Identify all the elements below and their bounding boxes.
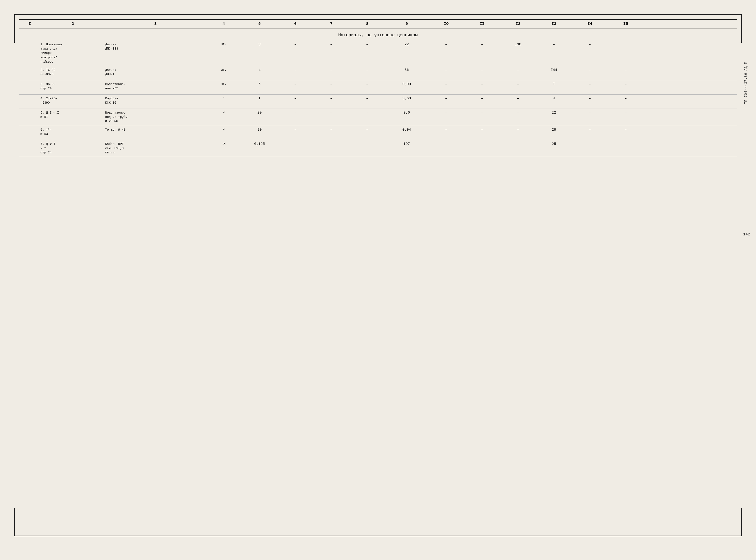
row-col6-5: – <box>278 128 313 132</box>
row-col7-2: – <box>313 82 349 86</box>
row-unit-4: М <box>206 111 242 114</box>
row-unit-1: шт. <box>206 68 242 72</box>
row-col12-3: – <box>500 97 536 101</box>
row-name-6: Кабель ВРГ сеч. 3хI,0 кв.мм <box>105 142 206 155</box>
row-col8-5: – <box>349 128 385 132</box>
row-col10-5: – <box>428 128 464 132</box>
row-col13-3: 4 <box>536 97 572 101</box>
row-col12-0: I98 <box>500 42 536 46</box>
row-col9-1: 36 <box>385 68 428 72</box>
row-col11-4: – <box>464 111 500 115</box>
row-col11-2: – <box>464 82 500 86</box>
table-row: 4. 24–05– –I390 Коробка КСК-I6 " I – – –… <box>19 95 737 108</box>
row-ref-3: 4. 24–05– –I390 <box>41 97 105 105</box>
row-col8-6: – <box>349 142 385 146</box>
col-header-5: 5 <box>242 22 278 26</box>
row-ref-6: 7. Ц № I ч.У стр.I4 <box>41 142 105 155</box>
row-col5-1: 4 <box>242 68 278 72</box>
col-header-9: 9 <box>385 22 428 26</box>
row-col12-6: – <box>500 142 536 146</box>
row-col8-4: – <box>349 111 385 115</box>
row-col9-2: 0,09 <box>385 82 428 86</box>
row-col10-3: – <box>428 97 464 101</box>
row-col7-3: – <box>313 97 349 101</box>
col-header-3: 3 <box>105 22 206 26</box>
row-col14-3: – <box>572 97 608 101</box>
border-right-bottom <box>741 508 742 536</box>
row-col15-5: – <box>608 128 643 132</box>
row-col7-4: – <box>313 111 349 115</box>
table-body: I. Номенкла- тура з-да "Микро- контроль"… <box>19 41 737 157</box>
row-col14-0: – <box>572 42 608 46</box>
content-area: I 2 3 4 5 6 7 8 9 IO II I2 I3 I4 I5 Мате… <box>19 19 737 534</box>
table-row: 5. Ц.I ч.I № 5I Водогазопро- водные труб… <box>19 109 737 125</box>
row-col8-2: – <box>349 82 385 86</box>
col-header-4: 4 <box>206 22 242 26</box>
border-left-top <box>14 14 15 43</box>
row-col14-1: – <box>572 68 608 72</box>
row-ref-0: I. Номенкла- тура з-да "Микро- контроль"… <box>41 42 105 64</box>
row-separator <box>19 108 737 109</box>
row-col12-5: – <box>500 128 536 132</box>
row-col10-1: – <box>428 68 464 72</box>
col-header-6: 6 <box>278 22 313 26</box>
col-header-14: I4 <box>572 22 608 26</box>
row-col13-4: I2 <box>536 111 572 115</box>
row-col11-1: – <box>464 68 500 72</box>
row-col9-0: 22 <box>385 42 428 46</box>
row-col6-0: – <box>278 42 313 46</box>
row-ref-4: 5. Ц.I ч.I № 5I <box>41 111 105 119</box>
row-col10-2: – <box>428 82 464 86</box>
side-page-ref: 142 <box>743 232 750 237</box>
row-separator <box>19 66 737 66</box>
row-col13-2: I <box>536 82 572 86</box>
row-unit-6: кМ <box>206 142 242 145</box>
row-col11-5: – <box>464 128 500 132</box>
border-right-top <box>741 14 742 43</box>
table-row: 2. I6–С2 03-0076 Датчик ДИП-I шт. 4 – – … <box>19 67 737 80</box>
row-col9-6: I97 <box>385 142 428 146</box>
row-col14-6: – <box>572 142 608 146</box>
row-col9-4: 0,6 <box>385 111 428 115</box>
row-col10-6: – <box>428 142 464 146</box>
col-header-10: IO <box>428 22 464 26</box>
col-header-12: I2 <box>500 22 536 26</box>
row-col8-1: – <box>349 68 385 72</box>
row-ref-2: 3. 36–09 стр.20 <box>41 82 105 91</box>
row-unit-5: М <box>206 128 242 131</box>
row-col11-0: – <box>464 42 500 46</box>
col-header-11: II <box>464 22 500 26</box>
row-name-1: Датчик ДИП-I <box>105 68 206 77</box>
row-col5-4: 20 <box>242 111 278 115</box>
row-ref-1: 2. I6–С2 03-0076 <box>41 68 105 77</box>
border-top <box>14 14 742 15</box>
row-col12-2: – <box>500 82 536 86</box>
row-name-3: Коробка КСК-I6 <box>105 97 206 105</box>
row-col15-3: – <box>608 97 643 101</box>
row-col9-5: 0,94 <box>385 128 428 132</box>
row-col15-1: – <box>608 68 643 72</box>
row-col6-2: – <box>278 82 313 86</box>
row-col6-3: – <box>278 97 313 101</box>
row-col7-6: – <box>313 142 349 146</box>
row-col5-6: 0,I25 <box>242 142 278 146</box>
row-col7-0: – <box>313 42 349 46</box>
row-col13-0: – <box>536 42 572 46</box>
col-header-7: 7 <box>313 22 349 26</box>
row-ref-5: 6. –"– № 53 <box>41 128 105 136</box>
table-row: 6. –"– № 53 То же, Ø 40 М 30 – – – 0,94 … <box>19 126 737 139</box>
row-col11-3: – <box>464 97 500 101</box>
row-col14-5: – <box>572 128 608 132</box>
row-col13-6: 25 <box>536 142 572 146</box>
row-separator <box>19 80 737 80</box>
border-bottom <box>14 536 742 536</box>
side-text-docnum: ТП 704-4-37.86 АД М <box>744 62 748 104</box>
row-unit-3: " <box>206 97 242 100</box>
row-separator <box>19 157 737 157</box>
row-col14-2: – <box>572 82 608 86</box>
row-col14-4: – <box>572 111 608 115</box>
column-headers: I 2 3 4 5 6 7 8 9 IO II I2 I3 I4 I5 <box>19 20 737 28</box>
row-name-5: То же, Ø 40 <box>105 128 206 132</box>
row-col13-1: I44 <box>536 68 572 72</box>
col-header-8: 8 <box>349 22 385 26</box>
